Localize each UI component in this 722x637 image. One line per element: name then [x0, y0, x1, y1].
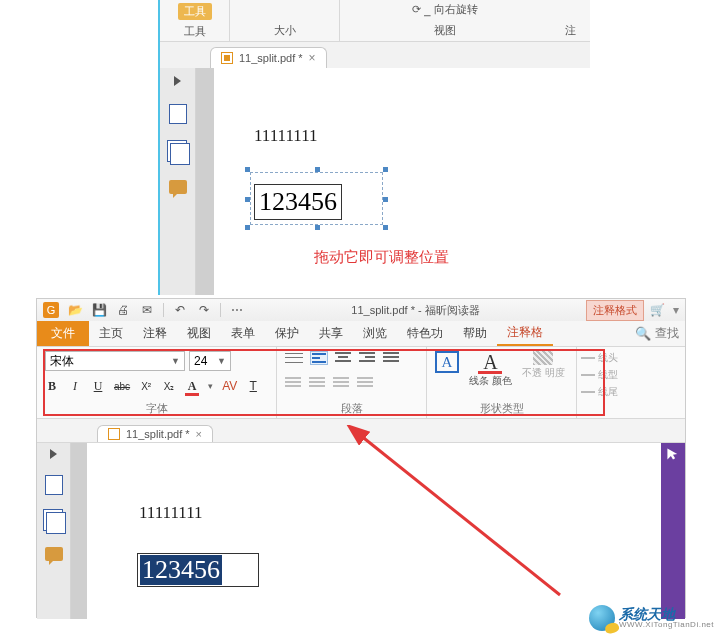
align-left-button[interactable]: [311, 352, 327, 364]
line-style-group: 线头 线型 线尾: [577, 347, 649, 418]
selected-text-frame[interactable]: 123456: [254, 176, 379, 221]
indent-dec-button[interactable]: [285, 377, 301, 389]
search-icon: 🔍: [635, 326, 651, 341]
line-spacing-button[interactable]: [333, 377, 349, 389]
paragraph-group: 段落: [277, 347, 427, 418]
bold-button[interactable]: B: [45, 379, 59, 394]
document-tab-bar: 11_split.pdf * ×: [37, 419, 685, 443]
line-style-button: 线型: [581, 368, 645, 382]
menu-help[interactable]: 帮助: [453, 321, 497, 346]
font-family-dropdown[interactable]: 宋体 ▼: [45, 351, 185, 371]
text-box-shape-button[interactable]: A: [435, 351, 459, 386]
page-canvas[interactable]: 11111111 123456: [87, 443, 661, 619]
page-thumb-icon[interactable]: [45, 475, 63, 495]
menu-annot-format[interactable]: 注释格: [497, 321, 553, 346]
indent-inc-button[interactable]: [309, 377, 325, 389]
page-thumb-icon[interactable]: [169, 104, 187, 124]
view-group-label: 视图: [434, 23, 456, 38]
search-placeholder: 查找: [655, 325, 679, 342]
align-center-button[interactable]: [335, 352, 351, 364]
context-tab-badge: 注释格式: [586, 300, 644, 321]
menu-home[interactable]: 主页: [89, 321, 133, 346]
text-line-1: 11111111: [254, 126, 318, 146]
font-color-button[interactable]: A: [185, 379, 199, 394]
expand-icon[interactable]: [174, 76, 181, 86]
shape-group: A A 线条 颜色 不透 明度 形状类型: [427, 347, 577, 418]
rotate-icon: ⟳: [412, 3, 421, 16]
pages-icon[interactable]: [169, 142, 187, 162]
app-icon[interactable]: G: [43, 302, 59, 318]
print-icon[interactable]: 🖨: [115, 302, 131, 318]
para-spacing-button[interactable]: [357, 377, 373, 389]
menu-bar: 文件 主页 注释 视图 表单 保护 共享 浏览 特色功 帮助 注释格 🔍 查找: [37, 321, 685, 347]
font-group: 宋体 ▼ 24 ▼ B I U abc X² X₂ A ▾: [37, 347, 277, 418]
rotate-right-button[interactable]: ⟳ ⎯ 向右旋转: [412, 2, 478, 17]
quick-access-toolbar: G 📂 💾 🖨 ✉ ↶ ↷ ⋯: [37, 302, 245, 318]
title-right-icons: 🛒 ▾: [644, 303, 685, 317]
chevron-down-icon[interactable]: ▾: [673, 303, 679, 317]
watermark-cn: 系统天地: [619, 607, 714, 621]
file-button[interactable]: 文件: [37, 321, 89, 346]
document-tab[interactable]: 11_split.pdf * ×: [210, 47, 327, 68]
chevron-down-icon: ▼: [217, 356, 226, 366]
font-size-dropdown[interactable]: 24 ▼: [189, 351, 231, 371]
opacity-button[interactable]: 不透 明度: [522, 351, 565, 386]
comments-icon[interactable]: [169, 180, 187, 194]
right-tool-strip[interactable]: [661, 443, 685, 619]
text-box-editing[interactable]: 123456: [137, 553, 259, 587]
cart-icon[interactable]: 🛒: [650, 303, 665, 317]
strikethrough-button[interactable]: abc: [114, 381, 130, 392]
char-spacing-button[interactable]: AV: [222, 379, 237, 393]
document-tab-bar: 11_split.pdf * ×: [160, 42, 590, 68]
text-box[interactable]: 123456: [254, 184, 342, 220]
line-color-button[interactable]: A 线条 颜色: [469, 351, 512, 386]
email-icon[interactable]: ✉: [139, 302, 155, 318]
tab-filename: 11_split.pdf *: [126, 428, 190, 440]
undo-icon[interactable]: ↶: [172, 302, 188, 318]
text-effect-button[interactable]: T: [246, 379, 260, 393]
close-icon[interactable]: ×: [309, 51, 316, 65]
chevron-down-icon[interactable]: ▾: [208, 381, 213, 391]
selected-text: 123456: [140, 555, 222, 585]
line-tail-button: 线尾: [581, 385, 645, 399]
menu-feature[interactable]: 特色功: [397, 321, 453, 346]
bullet-list-icon[interactable]: [285, 351, 303, 365]
search-box[interactable]: 🔍 查找: [635, 321, 685, 346]
separator: [163, 303, 164, 317]
menu-comment[interactable]: 注释: [133, 321, 177, 346]
expand-icon[interactable]: [50, 449, 57, 459]
tool-badge[interactable]: 工具: [178, 3, 212, 20]
text-cursor-area[interactable]: [222, 555, 256, 585]
menu-browse[interactable]: 浏览: [353, 321, 397, 346]
comment-group-label: 注: [550, 0, 590, 41]
pages-icon[interactable]: [45, 511, 63, 531]
menu-view[interactable]: 视图: [177, 321, 221, 346]
menu-form[interactable]: 表单: [221, 321, 265, 346]
menu-protect[interactable]: 保护: [265, 321, 309, 346]
size-group: 大小: [230, 0, 340, 41]
line-color-label: 线条 颜色: [469, 375, 512, 386]
shape-group-label: 形状类型: [435, 401, 568, 416]
page-canvas[interactable]: 11111111 123456 拖动它即可调整位置: [214, 68, 590, 295]
open-icon[interactable]: 📂: [67, 302, 83, 318]
more-icon[interactable]: ⋯: [229, 302, 245, 318]
comments-icon[interactable]: [45, 547, 63, 561]
align-right-button[interactable]: [359, 352, 375, 364]
tool-group: 工具 工具: [160, 0, 230, 41]
document-tab[interactable]: 11_split.pdf * ×: [97, 425, 213, 442]
bottom-screenshot: G 📂 💾 🖨 ✉ ↶ ↷ ⋯ 11_split.pdf * - 福昕阅读器 注…: [36, 298, 686, 618]
subscript-button[interactable]: X₂: [162, 381, 176, 392]
redo-icon[interactable]: ↷: [196, 302, 212, 318]
align-justify-button[interactable]: [383, 352, 399, 364]
superscript-button[interactable]: X²: [139, 381, 153, 392]
nav-sidebar: [160, 68, 196, 295]
close-icon[interactable]: ×: [196, 428, 202, 440]
opacity-icon: [533, 351, 553, 365]
text-line-1: 11111111: [139, 503, 203, 523]
save-icon[interactable]: 💾: [91, 302, 107, 318]
ruler-icon: ⎯: [424, 4, 431, 16]
menu-share[interactable]: 共享: [309, 321, 353, 346]
ribbon-fragment: 工具 工具 大小 ⟳ ⎯ 向右旋转 视图 注: [160, 0, 590, 42]
italic-button[interactable]: I: [68, 379, 82, 394]
underline-button[interactable]: U: [91, 379, 105, 394]
